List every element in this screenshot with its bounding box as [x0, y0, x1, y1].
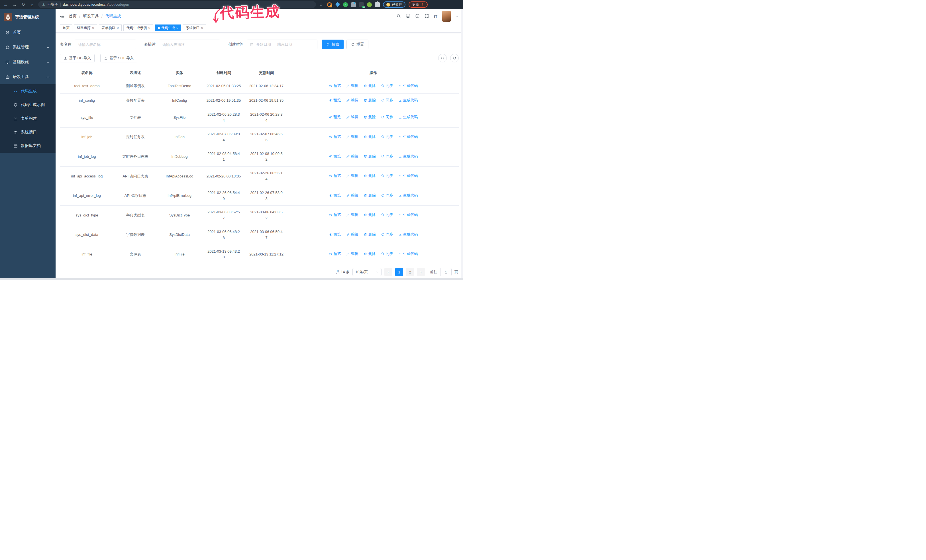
action-preview[interactable]: 预览: [329, 83, 341, 89]
github-icon[interactable]: [406, 14, 410, 19]
tab-form-builder[interactable]: 表单构建×: [99, 24, 122, 31]
action-delete[interactable]: 删除: [363, 251, 376, 257]
extension-icon-green[interactable]: [367, 2, 372, 7]
action-delete[interactable]: 删除: [363, 173, 376, 179]
sidebar-item-form-builder[interactable]: 表单构建: [0, 112, 56, 125]
action-delete[interactable]: 删除: [363, 232, 376, 237]
help-icon[interactable]: [415, 14, 420, 19]
sidebar-item-codegen-example[interactable]: 代码生成示例: [0, 98, 56, 112]
tab-system-api[interactable]: 系统接口×: [183, 24, 206, 31]
back-button[interactable]: ←: [3, 2, 9, 7]
sidebar-item-dev-tools[interactable]: 研发工具: [0, 69, 56, 84]
action-delete[interactable]: 删除: [363, 154, 376, 160]
breadcrumb-item[interactable]: 首页: [69, 14, 77, 19]
search-button[interactable]: 搜索: [322, 39, 343, 49]
action-delete[interactable]: 删除: [363, 212, 376, 218]
action-delete[interactable]: 删除: [363, 134, 376, 140]
action-edit[interactable]: 编辑: [346, 193, 359, 199]
import-sql-button[interactable]: 基于 SQL 导入: [100, 54, 137, 62]
puzzle-extension-icon[interactable]: [375, 2, 380, 7]
avatar[interactable]: [442, 11, 451, 22]
action-sync[interactable]: 同步: [381, 212, 393, 218]
tab-codegen[interactable]: 代码生成×: [155, 24, 182, 31]
toggle-search-button[interactable]: [438, 54, 447, 62]
extension-icon-gray-grid[interactable]: [351, 2, 356, 7]
breadcrumb-item[interactable]: 代码生成: [105, 14, 121, 19]
extension-icon-switch[interactable]: on: [359, 2, 364, 7]
chevron-down-icon[interactable]: [455, 15, 459, 18]
tab-codegen-example[interactable]: 代码生成示例×: [123, 24, 153, 31]
close-icon[interactable]: ×: [176, 26, 179, 30]
font-size-icon[interactable]: tT: [434, 14, 437, 18]
action-sync[interactable]: 同步: [381, 83, 393, 89]
reload-button[interactable]: ↻: [21, 2, 26, 7]
extension-icon-blue-gem[interactable]: [335, 2, 340, 7]
prev-page-button[interactable]: ‹: [384, 268, 392, 276]
search-icon[interactable]: [396, 14, 401, 19]
close-icon[interactable]: ×: [117, 26, 119, 30]
forward-button[interactable]: →: [12, 2, 17, 7]
home-button[interactable]: ⌂: [29, 2, 35, 7]
action-edit[interactable]: 编辑: [346, 154, 359, 160]
action-sync[interactable]: 同步: [381, 251, 393, 257]
action-sync[interactable]: 同步: [381, 232, 393, 237]
sidebar-item-codegen[interactable]: 代码生成: [0, 84, 56, 98]
action-edit[interactable]: 编辑: [346, 232, 359, 237]
action-sync[interactable]: 同步: [381, 173, 393, 179]
table-name-input[interactable]: [75, 39, 136, 49]
fullscreen-icon[interactable]: [425, 14, 429, 19]
next-page-button[interactable]: ›: [417, 268, 425, 276]
page-button-2[interactable]: 2: [406, 268, 414, 276]
tab-trace[interactable]: 链路追踪×: [74, 24, 97, 31]
action-preview[interactable]: 预览: [329, 114, 341, 120]
table-desc-input[interactable]: [159, 39, 220, 49]
page-button-1[interactable]: 1: [395, 268, 403, 276]
page-size-select[interactable]: 10条/页: [353, 268, 381, 276]
import-db-button[interactable]: 基于 DB 导入: [60, 54, 95, 62]
action-edit[interactable]: 编辑: [346, 83, 359, 89]
reset-button[interactable]: 重置: [346, 39, 368, 49]
action-preview[interactable]: 预览: [329, 232, 341, 237]
action-preview[interactable]: 预览: [329, 154, 341, 160]
date-range-picker[interactable]: 开始日期 - 结束日期: [247, 39, 318, 49]
menu-dots-icon[interactable]: ⋮: [421, 3, 424, 6]
extension-icon-green-check[interactable]: ✓: [343, 2, 348, 7]
action-generate[interactable]: 生成代码: [398, 83, 418, 89]
address-bar[interactable]: ⚠ 不安全 dashboard.yudao.iocoder.cn/tool/co…: [38, 1, 316, 8]
tampermonkey-paused-badge[interactable]: 已暂停: [383, 2, 406, 8]
action-generate[interactable]: 生成代码: [398, 154, 418, 160]
sidebar-item-db-doc[interactable]: 数据库文档: [0, 139, 56, 152]
close-icon[interactable]: ×: [201, 26, 203, 30]
sidebar-item-infrastructure[interactable]: 基础设施: [0, 55, 56, 69]
sidebar-item-system-admin[interactable]: 系统管理: [0, 40, 56, 55]
action-preview[interactable]: 预览: [329, 97, 341, 103]
close-icon[interactable]: ×: [148, 26, 150, 30]
action-generate[interactable]: 生成代码: [398, 232, 418, 237]
breadcrumb-item[interactable]: 研发工具: [83, 14, 99, 19]
sidebar-item-system-api[interactable]: 系统接口: [0, 125, 56, 139]
action-preview[interactable]: 预览: [329, 134, 341, 140]
action-sync[interactable]: 同步: [381, 154, 393, 160]
goto-page-input[interactable]: [440, 268, 452, 276]
action-sync[interactable]: 同步: [381, 114, 393, 120]
tab-home[interactable]: 首页: [60, 24, 73, 31]
action-sync[interactable]: 同步: [381, 97, 393, 103]
sidebar-item-home[interactable]: 首页: [0, 25, 56, 40]
action-preview[interactable]: 预览: [329, 212, 341, 218]
refresh-table-button[interactable]: [450, 54, 459, 62]
action-edit[interactable]: 编辑: [346, 134, 359, 140]
hamburger-icon[interactable]: [60, 14, 65, 19]
action-preview[interactable]: 预览: [329, 193, 341, 199]
action-preview[interactable]: 预览: [329, 251, 341, 257]
action-edit[interactable]: 编辑: [346, 114, 359, 120]
action-delete[interactable]: 删除: [363, 97, 376, 103]
action-generate[interactable]: 生成代码: [398, 173, 418, 179]
action-edit[interactable]: 编辑: [346, 212, 359, 218]
action-generate[interactable]: 生成代码: [398, 212, 418, 218]
action-delete[interactable]: 删除: [363, 83, 376, 89]
action-preview[interactable]: 预览: [329, 173, 341, 179]
bookmark-star-icon[interactable]: ☆: [319, 2, 323, 7]
close-icon[interactable]: ×: [92, 26, 94, 30]
action-generate[interactable]: 生成代码: [398, 97, 418, 103]
scrollbar[interactable]: [461, 9, 463, 278]
